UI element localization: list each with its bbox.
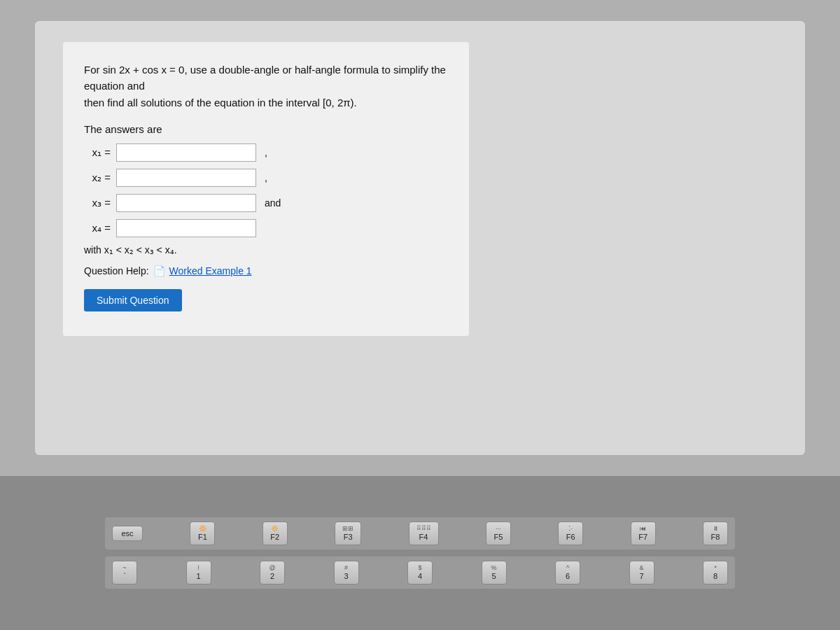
question-help-row: Question Help: 📄 Worked Example 1 [84, 265, 448, 276]
screen-inner: For sin 2x + cos x = 0, use a double-ang… [35, 21, 805, 455]
f2-key[interactable]: 🔅 F2 [262, 522, 288, 545]
problem-line2: then find all solutions of the equation … [84, 97, 357, 108]
content-panel: For sin 2x + cos x = 0, use a double-ang… [63, 42, 469, 336]
answer-row-x4: x₄ = [84, 219, 448, 237]
submit-question-button[interactable]: Submit Question [84, 289, 182, 312]
x4-label: x₄ = [84, 222, 111, 234]
x2-input[interactable] [116, 169, 256, 187]
worked-example-link[interactable]: Worked Example 1 [169, 265, 252, 276]
f3-key[interactable]: ⊞⊞ F3 [335, 522, 361, 545]
constraint-text: with x₁ < x₂ < x₃ < x₄. [84, 244, 448, 255]
num6-key[interactable]: ^ 6 [555, 561, 580, 584]
num2-key[interactable]: @ 2 [260, 561, 285, 584]
tilde-key[interactable]: ~ ` [112, 561, 137, 584]
f6-key[interactable]: ⁚· F6 [558, 522, 583, 545]
answer-row-x2: x₂ = , [84, 169, 448, 187]
x3-suffix: and [265, 197, 281, 209]
num5-key[interactable]: % 5 [482, 561, 507, 584]
f7-key[interactable]: ⏮ F7 [631, 522, 656, 545]
answer-row-x1: x₁ = , [84, 144, 448, 162]
f5-key[interactable]: ··· F5 [486, 522, 511, 545]
num4-key[interactable]: $ 4 [407, 561, 433, 584]
fn-row: esc 🔆 F1 🔅 F2 ⊞⊞ F3 ⠿⠿⠿ F4 [105, 517, 735, 550]
num8-key[interactable]: * 8 [703, 561, 728, 584]
num7-key[interactable]: & 7 [629, 561, 654, 584]
x2-label: x₂ = [84, 172, 111, 184]
question-help-label: Question Help: [84, 265, 149, 276]
x3-label: x₃ = [84, 197, 111, 209]
problem-text: For sin 2x + cos x = 0, use a double-ang… [84, 62, 448, 111]
esc-key[interactable]: esc [112, 526, 143, 541]
x1-suffix: , [265, 147, 267, 158]
num3-key[interactable]: # 3 [334, 561, 359, 584]
answers-label: The answers are [84, 123, 448, 135]
answer-row-x3: x₃ = and [84, 194, 448, 212]
f8-key[interactable]: ⏸ F8 [703, 522, 728, 545]
f1-key[interactable]: 🔆 F1 [190, 522, 215, 545]
x1-input[interactable] [116, 144, 256, 162]
keyboard-area: esc 🔆 F1 🔅 F2 ⊞⊞ F3 ⠿⠿⠿ F4 [0, 476, 840, 630]
num1-key[interactable]: ! 1 [186, 561, 211, 584]
num-row: ~ ` ! 1 @ 2 # 3 $ 4 [105, 556, 735, 589]
doc-icon: 📄 [153, 265, 165, 276]
x3-input[interactable] [116, 194, 256, 212]
screen-area: For sin 2x + cos x = 0, use a double-ang… [0, 0, 840, 476]
x1-label: x₁ = [84, 146, 111, 159]
x2-suffix: , [265, 172, 267, 183]
x4-input[interactable] [116, 219, 256, 237]
problem-line1: For sin 2x + cos x = 0, use a double-ang… [84, 64, 446, 92]
f4-key[interactable]: ⠿⠿⠿ F4 [409, 522, 439, 545]
